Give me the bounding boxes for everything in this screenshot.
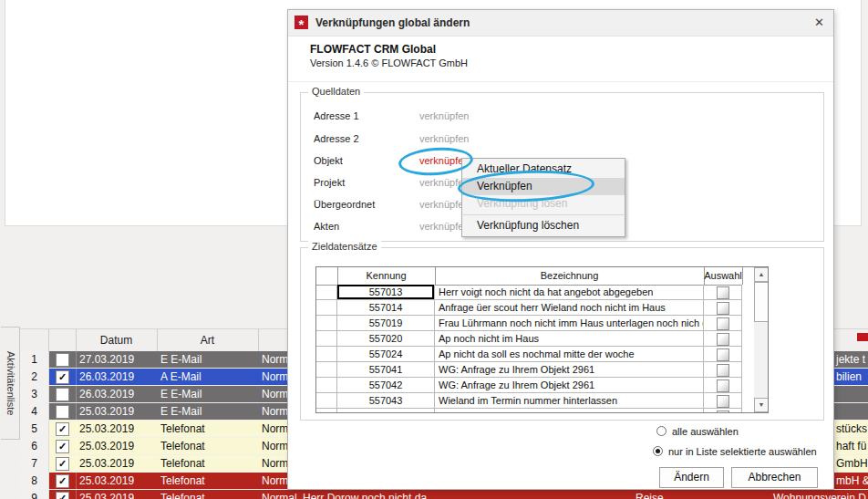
auswahl-checkbox[interactable] — [717, 302, 729, 315]
product-name: FLOWFACT CRM Global — [310, 43, 436, 56]
cell-kennung-focused[interactable]: 557013 — [337, 285, 435, 299]
aendern-button[interactable]: Ändern — [659, 467, 724, 488]
dialog-titlebar[interactable]: * Verknüpfungen global ändern ✕ — [288, 10, 833, 36]
cell-kennung[interactable]: 557048 — [337, 409, 435, 413]
cell-bezeichnung[interactable]: WG: Anfrage zu Ihrem Objekt 2961 — [435, 378, 704, 392]
ziel-row[interactable]: 557024 Ap nicht da soll es nochmal mitte… — [316, 347, 754, 362]
ziel-row[interactable]: 557020 Ap noch nicht im Haus — [316, 331, 754, 347]
radio-label[interactable]: alle auswählen — [672, 425, 739, 438]
ziel-row-partial[interactable]: 557048 Frau Herrmann noch nicht im H — [316, 409, 754, 413]
row-selector[interactable] — [316, 362, 337, 377]
ziel-row[interactable]: 557013 Herr voigt noch nicht da hat ange… — [316, 285, 754, 300]
row-selector[interactable] — [316, 285, 337, 299]
menu-item-verknuepfung-loeschen[interactable]: Verknüpfung löschen — [462, 217, 625, 234]
context-menu: Aktueller Datensatz Verknüpfen Verknüpfu… — [461, 158, 625, 237]
cell-art: Telefonat — [160, 438, 205, 454]
radio-label[interactable]: nur in Liste selektierte auswählen — [668, 445, 817, 458]
row-number: 3 — [20, 386, 49, 402]
checkbox-cell: ✓ — [48, 490, 77, 499]
cell-auswahl — [704, 316, 742, 330]
cell-bezeichnung[interactable]: Frau Herrmann noch nicht im H — [435, 409, 704, 413]
tab-aktivitaetenliste[interactable]: Aktivitätenliste — [1, 327, 20, 440]
row-number: 6 — [20, 438, 49, 454]
cell-art: Telefonat — [160, 490, 205, 499]
cell-fragment: jekte t — [836, 351, 865, 368]
cell-bezeichnung[interactable]: Ap noch nicht im Haus — [435, 331, 704, 346]
close-icon[interactable]: ✕ — [814, 10, 824, 36]
cell-bezeichnung[interactable]: Ap nicht da soll es nochmal mitte der wo… — [435, 347, 704, 361]
cell-kennung[interactable]: 557042 — [337, 378, 435, 392]
ziel-row[interactable]: 557042 WG: Anfrage zu Ihrem Objekt 2961 — [316, 378, 754, 393]
auswahl-checkbox[interactable] — [717, 348, 729, 361]
scrollbar-thumb[interactable] — [754, 282, 769, 322]
radio-icon[interactable] — [656, 426, 666, 436]
menu-item-verknuepfen[interactable]: Verknüpfen — [462, 178, 625, 195]
vertical-scrollbar[interactable]: ▲ ▼ — [754, 267, 769, 412]
auswahl-checkbox[interactable] — [717, 411, 729, 413]
cell-kennung[interactable]: 557019 — [337, 316, 435, 330]
row-checkbox[interactable] — [56, 353, 69, 367]
radio-icon-selected[interactable] — [653, 446, 663, 456]
cell-bezeichnung[interactable]: WG: Anfrage zu Ihrem Objekt 2961 — [435, 362, 704, 377]
screen: { "dialog": { "icon_glyph": "*", "title"… — [0, 0, 868, 499]
ziel-row[interactable]: 557014 Anfrage üer scout herr Wieland no… — [316, 300, 754, 316]
divider — [288, 81, 833, 82]
checkbox-cell — [48, 351, 77, 368]
scroll-down-icon[interactable]: ▼ — [754, 398, 769, 412]
groupbox-legend: Zieldatensätze — [308, 241, 381, 252]
label-adresse2: Adresse 2 — [314, 133, 359, 144]
row-selector[interactable] — [316, 409, 337, 413]
cell-bezeichnung[interactable]: Herr voigt noch nicht da hat angebot abg… — [435, 285, 704, 299]
auswahl-checkbox[interactable] — [717, 395, 729, 408]
row-number: 9 — [20, 490, 49, 499]
row-selector[interactable] — [316, 393, 337, 408]
auswahl-checkbox[interactable] — [717, 364, 729, 377]
row-checkbox[interactable] — [56, 388, 69, 401]
menu-item-aktueller-datensatz[interactable]: Aktueller Datensatz — [462, 161, 625, 178]
checkbox-cell — [48, 403, 77, 420]
auswahl-checkbox[interactable] — [717, 286, 729, 299]
auswahl-checkbox[interactable] — [717, 379, 729, 392]
cell-kennung[interactable]: 557020 — [337, 331, 435, 346]
column-header-kennung: Kennung — [337, 267, 436, 285]
cell-auswahl — [704, 331, 742, 346]
cell-auswahl — [704, 378, 742, 392]
abbrechen-button[interactable]: Abbrechen — [731, 467, 818, 488]
row-number: 1 — [20, 351, 49, 368]
cell-bezeichnung[interactable]: Anfrage üer scout herr Wieland noch nich… — [435, 300, 704, 315]
row-checkbox[interactable]: ✓ — [56, 440, 69, 453]
row-selector[interactable] — [316, 316, 337, 330]
cell-kennung[interactable]: 557024 — [337, 347, 435, 361]
column-header-bezeichnung: Bezeichnung — [435, 267, 705, 285]
cell-datum: 25.03.2019 — [79, 455, 134, 472]
cell-kennung[interactable]: 557043 — [337, 393, 435, 408]
link-verknuepfen-adresse2[interactable]: verknüpfen — [419, 133, 469, 144]
row-selector[interactable] — [316, 347, 337, 361]
column-header-auswahl: Auswahl — [704, 267, 743, 285]
column-header-rownum — [20, 329, 49, 352]
row-checkbox[interactable]: ✓ — [56, 474, 69, 488]
row-checkbox[interactable]: ✓ — [56, 457, 69, 471]
cell-bezeichnung[interactable]: Wieland im Termin nummer hinterlassen — [435, 393, 704, 408]
table-row[interactable]: 9 ✓ 25.03.2019 Telefonat Normal Herr Dor… — [20, 490, 868, 499]
ziel-row[interactable]: 557019 Frau Lührmann noch nicht imm Haus… — [316, 316, 754, 331]
cell-mid: Reise — [636, 490, 664, 499]
row-selector[interactable] — [316, 378, 337, 392]
scroll-up-icon[interactable]: ▲ — [754, 267, 769, 282]
row-selector[interactable] — [316, 300, 337, 315]
row-checkbox[interactable]: ✓ — [56, 370, 69, 384]
label-akten: Akten — [314, 221, 339, 232]
auswahl-checkbox[interactable] — [717, 333, 729, 346]
row-checkbox[interactable] — [56, 405, 69, 419]
cell-kennung[interactable]: 557014 — [337, 300, 435, 315]
ziel-row[interactable]: 557043 Wieland im Termin nummer hinterla… — [316, 393, 754, 409]
row-checkbox[interactable]: ✓ — [56, 422, 69, 436]
cell-kennung[interactable]: 557041 — [337, 362, 435, 377]
row-selector[interactable] — [316, 331, 337, 346]
ziel-row[interactable]: 557041 WG: Anfrage zu Ihrem Objekt 2961 — [316, 362, 754, 378]
cell-bezeichnung[interactable]: Frau Lührmann noch nicht imm Haus unterl… — [435, 316, 704, 330]
cell-auswahl — [704, 409, 742, 413]
link-verknuepfen-adresse1[interactable]: verknüpfen — [419, 110, 469, 121]
auswahl-checkbox[interactable] — [717, 317, 729, 330]
row-checkbox[interactable]: ✓ — [56, 492, 69, 499]
